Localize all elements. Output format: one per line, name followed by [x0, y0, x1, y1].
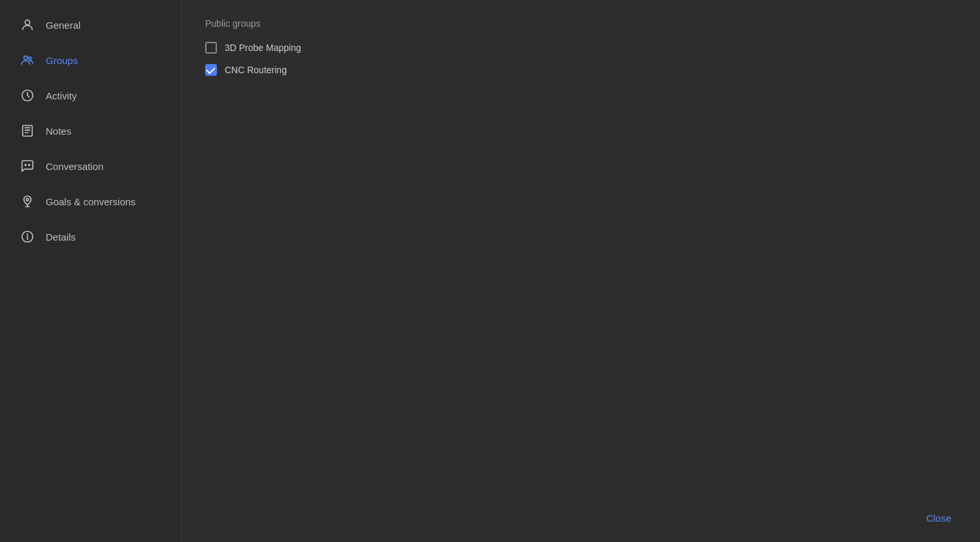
sidebar-item-conversation-label: Conversation: [46, 161, 103, 172]
checkbox-cnc[interactable]: [205, 64, 217, 76]
sidebar-item-general-label: General: [46, 20, 80, 31]
svg-point-5: [25, 164, 26, 165]
notes-icon: [20, 123, 35, 139]
main-content: Public groups 3D Probe Mapping CNC Route…: [182, 0, 980, 542]
section-title: Public groups: [205, 18, 956, 29]
sidebar-item-details-label: Details: [46, 231, 76, 243]
person-icon: [20, 17, 35, 33]
sidebar-item-general[interactable]: General: [4, 8, 177, 42]
sidebar-item-details[interactable]: Details: [4, 220, 177, 254]
svg-point-0: [25, 20, 29, 25]
svg-point-6: [29, 164, 30, 165]
sidebar-item-conversation[interactable]: Conversation: [4, 149, 177, 183]
group-label-cnc: CNC Routering: [225, 65, 287, 75]
group-item-3d-probe: 3D Probe Mapping: [205, 42, 956, 54]
svg-point-1: [24, 56, 28, 60]
group-item-cnc: CNC Routering: [205, 64, 956, 76]
details-icon: [20, 229, 35, 245]
activity-icon: [20, 88, 35, 103]
svg-rect-4: [23, 126, 33, 137]
sidebar-item-goals[interactable]: Goals & conversions: [4, 184, 177, 218]
sidebar: General Groups Activity: [0, 0, 182, 542]
sidebar-item-groups-label: Groups: [46, 55, 78, 66]
sidebar-item-groups[interactable]: Groups: [4, 43, 177, 77]
checkbox-3d-probe[interactable]: [205, 42, 217, 54]
goals-icon: [20, 194, 35, 209]
sidebar-item-notes[interactable]: Notes: [4, 114, 177, 148]
app-container: General Groups Activity: [0, 0, 980, 542]
svg-point-7: [26, 198, 29, 201]
sidebar-item-activity-label: Activity: [46, 90, 77, 101]
sidebar-item-notes-label: Notes: [46, 126, 71, 137]
close-button[interactable]: Close: [921, 510, 956, 526]
sidebar-item-activity[interactable]: Activity: [4, 78, 177, 112]
sidebar-item-goals-label: Goals & conversions: [46, 196, 136, 207]
conversation-icon: [20, 158, 35, 174]
svg-point-2: [28, 57, 31, 60]
group-label-3d-probe: 3D Probe Mapping: [225, 42, 301, 53]
groups-icon: [20, 52, 35, 68]
